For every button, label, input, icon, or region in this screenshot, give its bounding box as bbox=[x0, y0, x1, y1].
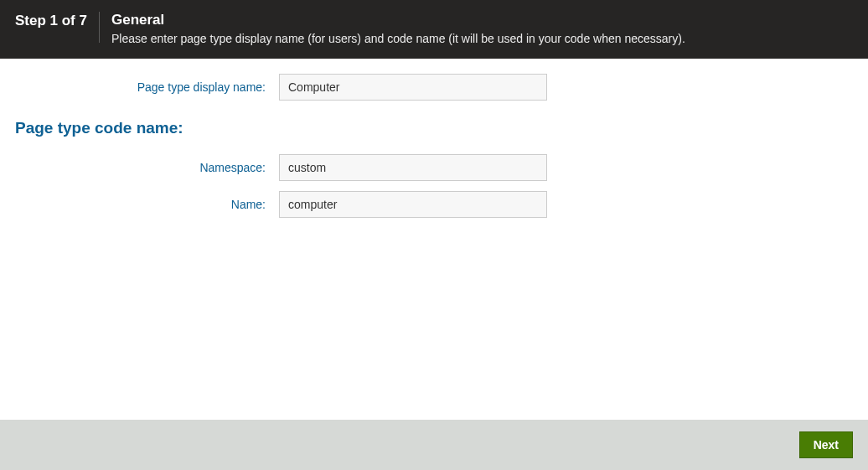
display-name-row: Page type display name: bbox=[15, 74, 853, 101]
wizard-footer: Next bbox=[0, 420, 868, 470]
namespace-input[interactable] bbox=[279, 154, 547, 181]
namespace-label: Namespace: bbox=[15, 161, 279, 174]
display-name-input[interactable] bbox=[279, 74, 547, 101]
name-input[interactable] bbox=[279, 191, 547, 218]
display-name-label: Page type display name: bbox=[15, 80, 279, 94]
wizard-header: Step 1 of 7 General Please enter page ty… bbox=[0, 0, 868, 59]
name-row: Name: bbox=[15, 191, 853, 218]
header-description: Please enter page type display name (for… bbox=[111, 32, 853, 45]
code-name-section-heading: Page type code name: bbox=[15, 119, 853, 137]
namespace-row: Namespace: bbox=[15, 154, 853, 181]
step-indicator: Step 1 of 7 bbox=[15, 12, 100, 43]
wizard-content: Page type display name: Page type code n… bbox=[0, 59, 868, 420]
header-title: General bbox=[111, 12, 853, 28]
next-button[interactable]: Next bbox=[799, 431, 853, 458]
header-main: General Please enter page type display n… bbox=[100, 12, 853, 45]
name-label: Name: bbox=[15, 198, 279, 211]
